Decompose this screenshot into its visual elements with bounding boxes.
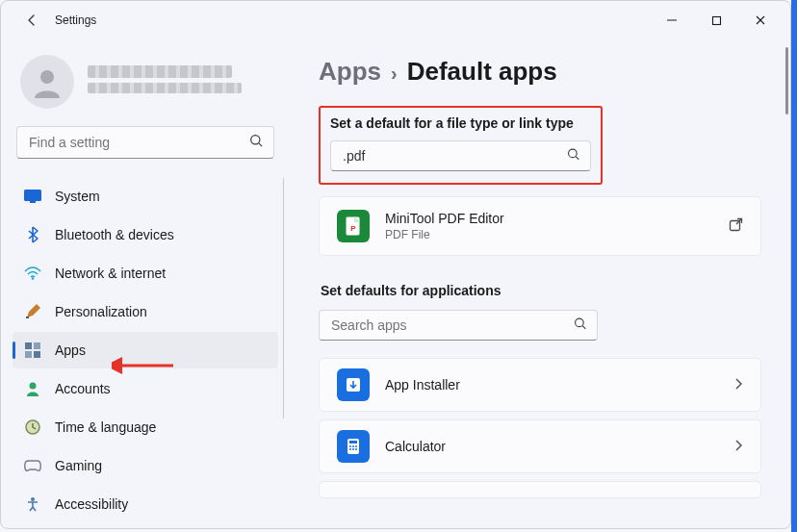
time-icon <box>24 418 41 436</box>
svg-point-16 <box>569 149 578 158</box>
svg-rect-6 <box>30 201 36 203</box>
maximize-button[interactable] <box>694 5 738 36</box>
search-icon <box>249 134 264 151</box>
svg-rect-8 <box>26 317 29 318</box>
profile-name-redacted <box>88 65 232 78</box>
breadcrumb: Apps › Default apps <box>319 57 775 87</box>
result-app-name: MiniTool PDF Editor <box>385 211 504 226</box>
accessibility-icon <box>24 495 41 513</box>
personalization-icon <box>24 303 41 320</box>
window-edge-accent <box>791 0 797 532</box>
sidebar-item-time[interactable]: Time & language <box>13 409 278 445</box>
app-row-calculator[interactable]: Calculator <box>319 419 761 473</box>
result-subtitle: PDF File <box>385 228 504 241</box>
bluetooth-icon <box>24 226 41 243</box>
nav-list: System Bluetooth & devices Network & int… <box>13 178 278 524</box>
app-row-app-installer[interactable]: App Installer <box>319 358 761 412</box>
open-external-icon <box>729 217 743 235</box>
page-title: Default apps <box>407 57 557 87</box>
svg-point-31 <box>352 448 354 450</box>
search-icon <box>567 148 580 165</box>
svg-point-2 <box>40 70 54 84</box>
svg-point-13 <box>30 383 37 390</box>
accounts-icon <box>24 380 41 397</box>
svg-line-23 <box>582 326 585 329</box>
filetype-search[interactable] <box>330 140 591 171</box>
sidebar-item-accessibility[interactable]: Accessibility <box>13 486 278 522</box>
app-row-label: App Installer <box>385 377 460 393</box>
main-content: Apps › Default apps Set a default for a … <box>290 39 790 528</box>
filetype-result-card[interactable]: P MiniTool PDF Editor PDF File <box>319 196 761 256</box>
nav-label: Accounts <box>55 381 111 396</box>
chevron-right-icon <box>733 377 743 393</box>
nav-label: Apps <box>55 342 86 358</box>
highlight-annotation: Set a default for a file type or link ty… <box>319 106 603 185</box>
nav-label: System <box>55 189 100 204</box>
svg-point-32 <box>355 448 357 450</box>
network-icon <box>24 265 41 282</box>
svg-point-30 <box>349 448 351 450</box>
svg-point-29 <box>355 445 357 447</box>
sidebar-item-personalization[interactable]: Personalization <box>13 293 278 330</box>
svg-rect-26 <box>349 441 357 443</box>
sidebar-item-system[interactable]: System <box>13 178 278 215</box>
back-button[interactable] <box>20 9 43 32</box>
minitool-pdf-icon: P <box>337 210 370 242</box>
chevron-right-icon: › <box>391 63 398 85</box>
nav-separator <box>283 178 285 418</box>
close-button[interactable] <box>738 5 783 36</box>
svg-rect-10 <box>34 342 40 349</box>
profile-email-redacted <box>88 83 242 93</box>
svg-rect-11 <box>25 351 32 358</box>
filetype-section-title: Set a default for a file type or link ty… <box>330 115 591 131</box>
apps-icon <box>24 342 41 359</box>
search-icon <box>574 317 587 334</box>
svg-line-17 <box>576 157 578 160</box>
scrollbar-thumb[interactable] <box>785 47 788 114</box>
svg-rect-5 <box>24 190 41 201</box>
sidebar-item-network[interactable]: Network & internet <box>13 255 278 291</box>
svg-rect-1 <box>712 16 720 24</box>
titlebar: Settings <box>1 1 790 39</box>
calculator-icon <box>337 430 370 463</box>
svg-point-15 <box>31 497 35 501</box>
svg-line-4 <box>259 143 262 146</box>
profile-block[interactable] <box>13 45 278 126</box>
nav-label: Time & language <box>55 419 156 435</box>
svg-point-28 <box>352 445 354 447</box>
svg-point-7 <box>32 277 34 279</box>
svg-rect-9 <box>25 342 32 349</box>
svg-point-3 <box>251 136 260 144</box>
svg-point-27 <box>349 445 351 447</box>
window-title: Settings <box>55 13 96 27</box>
svg-point-22 <box>576 318 584 327</box>
sidebar: System Bluetooth & devices Network & int… <box>1 39 290 528</box>
app-search[interactable] <box>319 310 598 341</box>
svg-text:P: P <box>350 224 356 233</box>
app-section-title: Set defaults for applications <box>321 283 775 298</box>
app-installer-icon <box>337 368 370 401</box>
svg-rect-12 <box>34 351 40 358</box>
minimize-button[interactable] <box>650 5 694 36</box>
caption-controls <box>650 5 783 36</box>
app-row-partial[interactable] <box>319 481 761 498</box>
nav-label: Gaming <box>55 458 102 473</box>
sidebar-item-gaming[interactable]: Gaming <box>13 447 278 484</box>
sidebar-item-accounts[interactable]: Accounts <box>13 370 278 407</box>
avatar <box>20 55 74 109</box>
gaming-icon <box>24 457 41 474</box>
breadcrumb-parent[interactable]: Apps <box>319 57 381 87</box>
sidebar-item-bluetooth[interactable]: Bluetooth & devices <box>13 216 278 253</box>
app-row-label: Calculator <box>385 439 446 454</box>
nav-label: Bluetooth & devices <box>55 227 174 242</box>
nav-label: Network & internet <box>55 266 166 281</box>
sidebar-item-apps[interactable]: Apps <box>13 332 278 368</box>
app-search-input[interactable] <box>331 317 564 333</box>
nav-label: Accessibility <box>55 496 128 512</box>
sidebar-search[interactable] <box>16 126 274 159</box>
sidebar-search-input[interactable] <box>29 135 241 150</box>
filetype-input[interactable] <box>343 148 557 164</box>
chevron-right-icon <box>733 439 743 455</box>
nav-label: Personalization <box>55 304 147 319</box>
system-icon <box>24 188 41 205</box>
